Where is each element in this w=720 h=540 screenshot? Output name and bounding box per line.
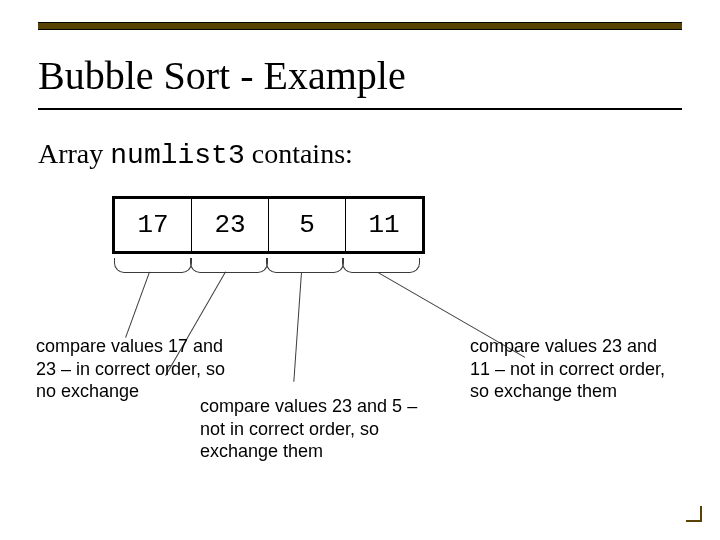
brace-icon	[266, 258, 344, 273]
slide: Bubble Sort - Example Array numlist3 con…	[0, 0, 720, 540]
connector-line	[125, 272, 150, 338]
array-label-prefix: Array	[38, 138, 110, 169]
corner-decoration-icon	[686, 506, 702, 522]
array-cell: 23	[192, 199, 269, 252]
annotation-compare-3: compare values 23 and 11 – not in correc…	[470, 335, 680, 403]
array-label: Array numlist3 contains:	[38, 138, 353, 171]
array-variable-name: numlist3	[110, 140, 244, 171]
annotation-compare-1: compare values 17 and 23 – in correct or…	[36, 335, 246, 403]
array-table: 17 23 5 11	[112, 196, 425, 254]
array-cell: 17	[115, 199, 192, 252]
array-label-suffix: contains:	[245, 138, 353, 169]
header-rule	[38, 22, 682, 30]
brace-icon	[342, 258, 420, 273]
connector-line	[293, 272, 302, 382]
array-cell: 5	[269, 199, 346, 252]
annotation-compare-2: compare values 23 and 5 – not in correct…	[200, 395, 420, 463]
slide-title: Bubble Sort - Example	[38, 52, 406, 99]
title-underline	[38, 108, 682, 110]
brace-icon	[114, 258, 192, 273]
array-cell: 11	[346, 199, 423, 252]
brace-icon	[190, 258, 268, 273]
